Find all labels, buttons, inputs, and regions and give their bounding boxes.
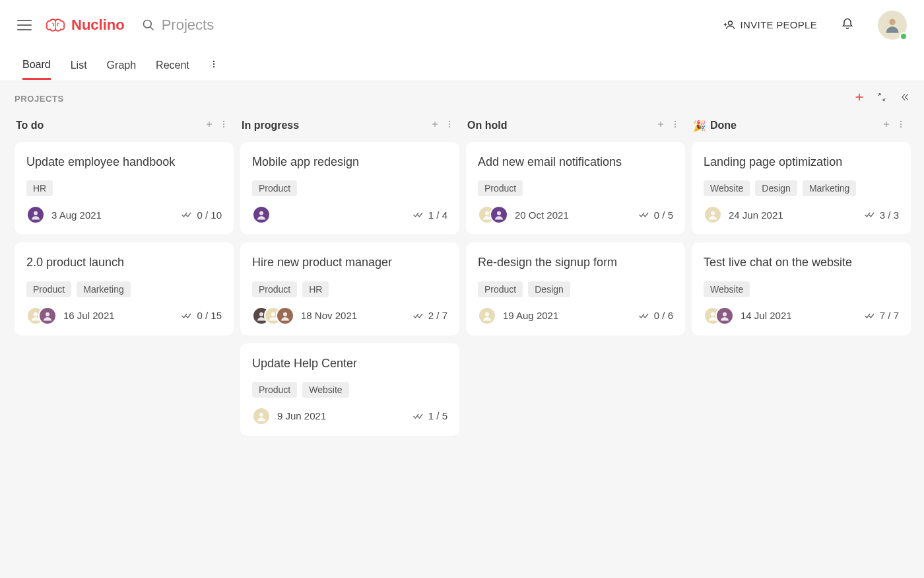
card-tags: ProductMarketing <box>26 281 222 297</box>
board-card[interactable]: Update Help CenterProductWebsite9 Jun 20… <box>240 343 459 436</box>
search-placeholder: Projects <box>162 17 214 34</box>
board-card[interactable]: Test live chat on the websiteWebsite14 J… <box>692 242 911 335</box>
column-more-button[interactable] <box>216 117 231 134</box>
dots-vertical-icon <box>671 120 680 129</box>
card-title: Test live chat on the website <box>704 254 899 270</box>
column-more-button[interactable] <box>894 117 908 134</box>
card-date: 14 Jul 2021 <box>741 310 792 321</box>
card-footer: 18 Nov 20212 / 7 <box>252 307 447 325</box>
checklist-icon <box>638 210 650 219</box>
assignee-avatar <box>38 307 57 325</box>
checklist-icon <box>412 311 424 320</box>
search-input[interactable]: Projects <box>142 17 214 34</box>
svg-point-36 <box>485 312 489 316</box>
column-header: 🎉Done <box>692 117 911 142</box>
svg-point-39 <box>900 121 902 122</box>
column-add-card-button[interactable] <box>202 117 216 134</box>
card-tags: Website <box>704 281 899 297</box>
card-progress: 1 / 5 <box>412 410 447 421</box>
svg-line-1 <box>150 26 153 30</box>
svg-point-15 <box>223 126 224 127</box>
card-progress-text: 2 / 7 <box>428 310 447 321</box>
card-progress-text: 7 / 7 <box>880 310 899 321</box>
user-avatar[interactable] <box>878 11 907 40</box>
card-title: Update employee handbook <box>26 154 222 170</box>
collapse-icon <box>876 92 887 102</box>
tab-graph[interactable]: Graph <box>107 52 136 79</box>
card-progress: 7 / 7 <box>864 310 899 321</box>
dots-vertical-icon <box>896 120 906 129</box>
board-card[interactable]: Hire new product managerProductHR18 Nov … <box>240 242 459 335</box>
column-title: In progress <box>242 120 299 131</box>
board-card[interactable]: 2.0 product launchProductMarketing16 Jul… <box>15 242 234 335</box>
card-tag: Marketing <box>803 180 856 196</box>
card-meta-left: 16 Jul 2021 <box>26 307 115 325</box>
invite-people-button[interactable]: INVITE PEOPLE <box>723 19 817 31</box>
card-date: 19 Aug 2021 <box>503 310 558 321</box>
column-add-card-button[interactable] <box>653 117 668 134</box>
presence-indicator <box>900 32 908 40</box>
card-footer: 1 / 4 <box>252 205 447 224</box>
column-emoji: 🎉 <box>693 120 706 132</box>
column-more-button[interactable] <box>668 117 682 134</box>
svg-point-43 <box>711 312 715 316</box>
sidebar-collapse-button[interactable] <box>899 92 911 105</box>
board-card[interactable]: Update employee handbookHR3 Aug 20210 / … <box>15 142 234 235</box>
svg-point-35 <box>497 211 501 215</box>
board-card[interactable]: Landing page optimizationWebsiteDesignMa… <box>692 142 911 235</box>
checklist-icon <box>864 210 876 219</box>
card-progress-text: 0 / 15 <box>197 310 222 321</box>
checklist-icon <box>412 412 424 421</box>
card-title: 2.0 product launch <box>26 254 222 270</box>
hamburger-menu-icon[interactable] <box>17 18 32 32</box>
collapse-button[interactable] <box>876 92 887 105</box>
card-tag: Website <box>704 180 750 196</box>
board-header: PROJECTS <box>15 92 911 105</box>
tabs-more-button[interactable] <box>209 59 218 71</box>
svg-point-0 <box>143 20 151 28</box>
card-footer: 24 Jun 20213 / 3 <box>704 205 899 224</box>
card-tag: Product <box>252 382 297 398</box>
card-assignees <box>478 307 496 325</box>
card-date: 9 Jun 2021 <box>277 410 326 421</box>
notifications-button[interactable] <box>841 17 854 34</box>
tab-board[interactable]: Board <box>22 51 51 80</box>
invite-label: INVITE PEOPLE <box>741 19 817 30</box>
tab-recent[interactable]: Recent <box>156 52 189 79</box>
card-title: Mobile app redesign <box>252 154 447 170</box>
card-progress: 0 / 5 <box>638 209 673 221</box>
card-progress: 0 / 6 <box>638 310 673 321</box>
checklist-icon <box>864 311 876 320</box>
card-tag: Design <box>755 180 797 196</box>
board-card[interactable]: Add new email notificationsProduct20 Oct… <box>466 142 685 235</box>
board-column: On holdAdd new email notificationsProduc… <box>466 117 685 444</box>
card-assignees <box>26 205 45 224</box>
column-add-card-button[interactable] <box>428 117 442 134</box>
board-column: 🎉DoneLanding page optimizationWebsiteDes… <box>692 117 911 444</box>
assignee-avatar <box>478 307 496 325</box>
add-column-button[interactable] <box>854 92 865 105</box>
board-card[interactable]: Re-design the signup formProductDesign19… <box>466 242 685 335</box>
svg-point-13 <box>223 121 224 122</box>
card-tag: Marketing <box>77 281 130 297</box>
board-card[interactable]: Mobile app redesignProduct1 / 4 <box>240 142 459 235</box>
assignee-avatar <box>715 307 734 325</box>
card-assignees <box>252 407 271 425</box>
card-date: 20 Oct 2021 <box>515 209 569 221</box>
brand-logo[interactable]: Nuclino <box>45 17 125 34</box>
column-title: On hold <box>467 120 507 131</box>
bell-icon <box>841 17 854 31</box>
card-tag: Product <box>478 281 523 297</box>
card-meta-left: 14 Jul 2021 <box>704 307 792 325</box>
card-footer: 3 Aug 20210 / 10 <box>26 205 222 224</box>
svg-point-16 <box>34 211 38 215</box>
person-add-icon <box>723 19 735 31</box>
svg-point-6 <box>213 60 214 61</box>
column-add-card-button[interactable] <box>879 117 894 134</box>
card-progress-text: 1 / 5 <box>428 410 447 421</box>
card-progress: 0 / 10 <box>181 209 222 221</box>
svg-point-25 <box>259 312 263 316</box>
column-more-button[interactable] <box>442 117 457 134</box>
brand-name: Nuclino <box>71 17 125 34</box>
tab-list[interactable]: List <box>71 52 87 79</box>
